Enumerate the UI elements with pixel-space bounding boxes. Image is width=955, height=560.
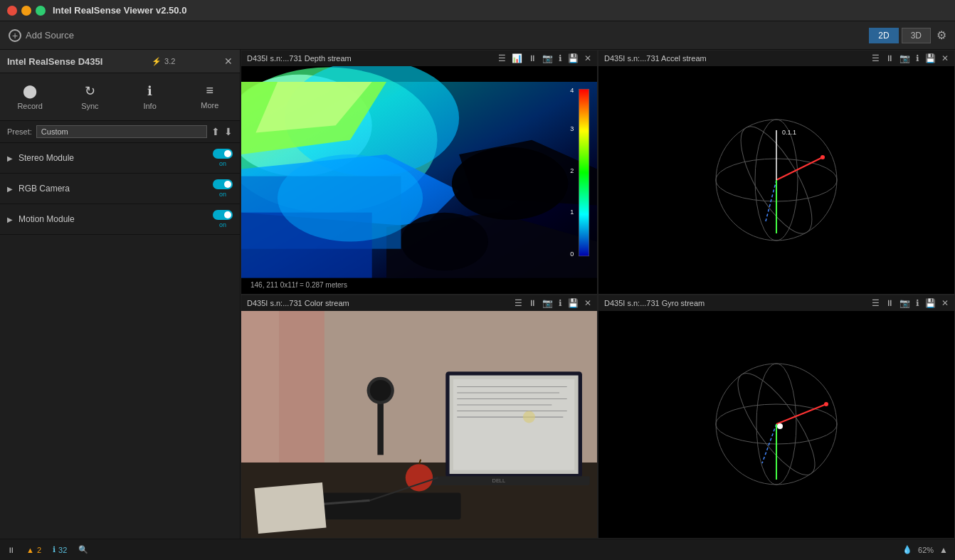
status-up-button[interactable]: ▲ [939,545,948,555]
stereo-toggle-thumb [224,150,231,157]
record-label: Record [17,102,42,110]
status-drop-icon: 💧 [902,545,912,554]
depth-save-button[interactable]: 💾 [568,53,579,63]
svg-text:4: 4 [570,87,574,94]
rgb-camera-row[interactable]: ▶ RGB Camera on [0,174,240,204]
svg-text:0: 0 [570,250,574,258]
accel-save-button[interactable]: 💾 [925,53,936,63]
depth-stream-controls: ☰ 📊 ⏸ 📷 ℹ 💾 ✕ [498,53,591,63]
gyro-info-button[interactable]: ℹ [916,298,919,308]
color-stream-controls: ☰ ⏸ 📷 ℹ 💾 ✕ [515,298,591,308]
device-actions: ⬤ Record ↻ Sync ℹ Info ≡ More [0,73,240,121]
gyro-pause-button[interactable]: ⏸ [885,298,894,308]
gyro-camera-button[interactable]: 📷 [899,298,910,308]
status-info-item: ℹ 32 [53,545,67,554]
gyro-stream-controls: ☰ ⏸ 📷 ℹ 💾 ✕ [872,298,949,308]
svg-line-25 [776,157,823,180]
gyro-sphere-container [598,311,954,539]
depth-chart-button[interactable]: 📊 [512,53,522,63]
record-button[interactable]: ⬤ Record [0,79,60,115]
accel-stream-panel: D435I s.n:...731 Accel stream ☰ ⏸ 📷 ℹ 💾 … [598,50,955,295]
usb-icon: ⚡ [152,57,162,66]
accel-pause-button[interactable]: ⏸ [885,53,894,63]
maximize-window-button[interactable] [36,6,46,16]
color-list-button[interactable]: ☰ [515,298,522,308]
depth-stream-content: 4 3 2 1 0 146, 211 0x11f = 0.287 meters [241,66,597,294]
rgb-camera-toggle[interactable]: on [213,179,233,198]
stereo-module-label: Stereo Module [19,153,213,163]
status-warning-item: ▲ 2 [26,546,41,554]
depth-pause-button[interactable]: ⏸ [528,53,537,63]
preset-upload-button[interactable]: ⬆ [211,126,220,137]
accel-list-button[interactable]: ☰ [872,53,880,63]
color-info-button[interactable]: ℹ [559,298,562,308]
gyro-close-button[interactable]: ✕ [941,298,949,308]
stereo-module-row[interactable]: ▶ Stereo Module on [0,143,240,174]
pause-icon: ⏸ [7,546,15,554]
svg-point-9 [401,213,487,271]
motion-module-row[interactable]: ▶ Motion Module on [0,204,240,235]
preset-download-button[interactable]: ⬇ [224,126,233,137]
preset-label: Preset: [7,127,32,136]
view-3d-button[interactable]: 3D [902,28,931,43]
accel-info-button[interactable]: ℹ [916,53,919,63]
color-stream-header: D435I s.n:...731 Color stream ☰ ⏸ 📷 ℹ 💾 … [241,295,597,311]
status-pause-button[interactable]: ⏸ [7,546,15,554]
depth-list-button[interactable]: ☰ [498,53,506,63]
rgb-toggle-track[interactable] [213,179,233,189]
sync-button[interactable]: ↻ Sync [60,79,120,115]
usb-version: 3.2 [164,57,175,65]
depth-info-button[interactable]: ℹ [559,53,562,63]
gyro-save-button[interactable]: 💾 [925,298,936,308]
depth-camera-button[interactable]: 📷 [542,53,553,63]
close-device-button[interactable]: ✕ [224,56,233,67]
status-progress-label: 62% [918,546,934,554]
more-button[interactable]: ≡ More [180,79,240,115]
add-source-button[interactable]: + Add Source [9,29,74,42]
svg-rect-56 [241,311,597,539]
depth-stream-title: D435I s.n:...731 Depth stream [247,54,352,63]
stereo-module-toggle[interactable]: on [213,149,233,167]
color-save-button[interactable]: 💾 [568,298,579,308]
accel-sphere-container: 0.1.1 [598,66,954,294]
info-status-icon: ℹ [53,545,56,554]
sync-icon: ↻ [85,83,95,99]
gyro-list-button[interactable]: ☰ [872,298,880,308]
titlebar: Intel RealSense Viewer v2.50.0 [0,0,955,21]
svg-text:1: 1 [570,208,574,216]
search-icon: 🔍 [78,545,88,554]
depth-overlay-text: 146, 211 0x11f = 0.287 meters [247,280,351,290]
sidebar: Intel RealSense D435I ⚡ 3.2 ✕ ⬤ Record ↻… [0,50,241,539]
info-button[interactable]: ℹ Info [120,79,180,115]
motion-toggle-thumb [224,211,231,218]
accel-camera-button[interactable]: 📷 [899,53,910,63]
svg-rect-15 [579,89,589,256]
color-close-button[interactable]: ✕ [584,298,591,308]
stereo-toggle-track[interactable] [213,149,233,159]
color-stream-visualization: DELL [241,311,597,539]
device-header: Intel RealSense D435I ⚡ 3.2 ✕ [0,50,240,73]
color-camera-button[interactable]: 📷 [542,298,553,308]
view-2d-button[interactable]: 2D [869,28,898,43]
accel-close-button[interactable]: ✕ [941,53,949,63]
color-pause-button[interactable]: ⏸ [528,298,537,308]
app-title: Intel RealSense Viewer v2.50.0 [53,5,186,16]
accel-stream-title: D435I s.n:...731 Accel stream [604,54,707,63]
close-window-button[interactable] [7,6,17,16]
minimize-window-button[interactable] [21,6,31,16]
stream-grid: D435I s.n:...731 Depth stream ☰ 📊 ⏸ 📷 ℹ … [241,50,955,539]
gyro-stream-header: D435I s.n:...731 Gyro stream ☰ ⏸ 📷 ℹ 💾 ✕ [598,295,954,311]
settings-gear-button[interactable]: ⚙ [936,28,946,42]
depth-stream-header: D435I s.n:...731 Depth stream ☰ 📊 ⏸ 📷 ℹ … [241,51,597,66]
preset-select[interactable]: Custom [36,125,207,138]
accel-stream-header: D435I s.n:...731 Accel stream ☰ ⏸ 📷 ℹ 💾 … [598,51,954,66]
status-search-item[interactable]: 🔍 [78,545,88,554]
depth-close-button[interactable]: ✕ [584,53,591,63]
color-stream-title: D435I s.n:...731 Color stream [247,299,349,307]
svg-point-62 [824,402,828,406]
window-controls [7,6,46,16]
gyro-stream-panel: D435I s.n:...731 Gyro stream ☰ ⏸ 📷 ℹ 💾 ✕ [598,295,955,539]
motion-module-toggle[interactable]: on [213,210,233,228]
stereo-chevron-icon: ▶ [7,154,13,162]
motion-toggle-track[interactable] [213,210,233,220]
